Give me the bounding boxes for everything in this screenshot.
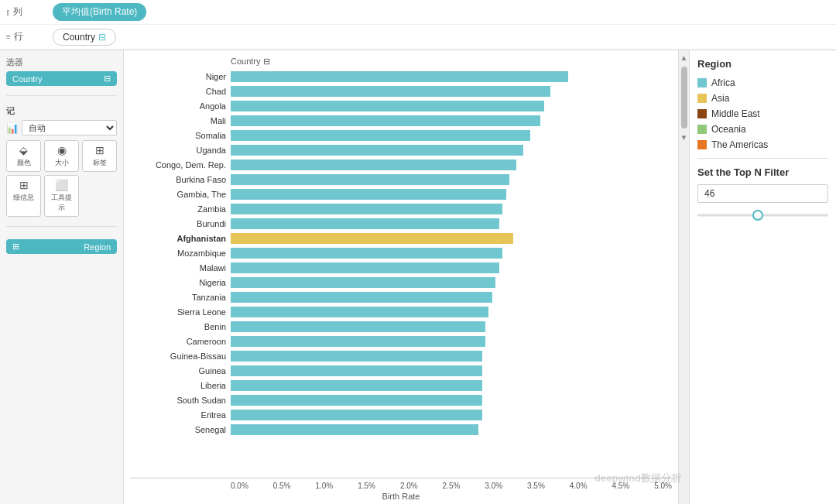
bar-container [231,233,672,244]
table-row: Chad [130,84,672,98]
top-n-slider[interactable] [697,207,828,223]
filter-section: 选器 Country ⊟ [6,57,117,86]
x-axis-tick: 3.5% [527,482,545,490]
chart-area: Country ⊟ NigerChadAngolaMaliSomaliaUgan… [124,50,689,504]
bar [231,292,492,303]
legend-label-asia: Asia [711,93,729,104]
bar [231,233,513,244]
table-row: Guinea-Bissau [130,349,672,363]
country-label: Sierra Leone [130,307,231,317]
legend-item-middle-east: Middle East [697,108,828,119]
legend-title: Region [697,58,828,70]
chart-header: Country ⊟ [130,57,672,67]
bar-container [231,321,672,332]
color-button[interactable]: ⬙ 颜色 [6,140,41,172]
bar-container [231,307,672,317]
scrollbar[interactable]: ▲ ▼ [678,50,689,504]
bar-container [231,292,672,303]
bar [231,145,523,156]
bar-container [231,277,672,288]
top-bar: ⫿ 列 平均值(Birth Rate) ≡ 行 Country ⊟ [0,0,836,50]
sidebar-divider-2 [6,226,117,227]
country-pill-label: Country [63,32,95,43]
marks-title: 记 [6,105,117,117]
country-label: Somalia [130,131,231,140]
top-n-filter-input[interactable] [697,184,828,203]
birth-rate-pill[interactable]: 平均值(Birth Rate) [53,3,146,21]
legend-item-africa: Africa [697,77,828,88]
rows-row: ≡ 行 Country ⊟ [0,25,836,50]
country-pill-rows[interactable]: Country ⊟ [53,29,116,46]
bar [231,71,568,82]
columns-label: ⫿ 列 [6,5,53,19]
scroll-up-arrow[interactable]: ▲ [679,52,689,63]
table-row: Senegal [130,423,672,437]
table-row: Eritrea [130,408,672,422]
bar [231,159,516,170]
x-axis-tick: 3.0% [485,482,502,490]
chart-body: Country ⊟ NigerChadAngolaMaliSomaliaUgan… [124,50,678,504]
country-label: Congo, Dem. Rep. [130,160,231,170]
country-label: Zambia [130,204,231,214]
region-pill[interactable]: ⊞ Region [6,239,117,254]
legend-item-asia: Asia [697,93,828,104]
bar-container [231,189,672,200]
country-label: Nigeria [130,278,231,287]
country-label: Eritrea [130,410,231,420]
marks-section: 记 📊 自动 ⬙ 颜色 ◉ 大小 ⊞ 标签 [6,105,117,217]
bar-container [231,395,672,406]
country-filter-pill[interactable]: Country ⊟ [6,71,117,86]
country-header-label: Country ⊟ [231,57,270,67]
scroll-down-arrow[interactable]: ▼ [679,132,689,143]
chart-inner: Country ⊟ NigerChadAngolaMaliSomaliaUgan… [124,50,689,504]
country-label: Guinea [130,366,231,375]
x-axis-tick: 2.5% [443,482,461,490]
size-button[interactable]: ◉ 大小 [44,140,79,172]
marks-type-select[interactable]: 自动 [22,120,117,135]
rows-icon: ≡ [6,33,11,41]
bar-chart: NigerChadAngolaMaliSomaliaUgandaCongo, D… [130,70,672,478]
bar-container [231,248,672,259]
bar [231,321,485,332]
bar-container [231,130,672,141]
country-label: Chad [130,87,231,96]
table-row: Afghanistan [130,231,672,245]
bar-container [231,86,672,97]
x-axis-title: Birth Rate [130,490,672,504]
detail-label: 细信息 [13,193,34,203]
region-icon-left: ⊞ [12,242,19,252]
bar [231,277,495,288]
bar [231,365,482,376]
marks-type-icon: 📊 [6,122,19,134]
bar [231,248,502,259]
x-axis-tick: 0.0% [231,482,248,490]
detail-button[interactable]: ⊞ 细信息 [6,175,41,217]
country-label: South Sudan [130,396,231,405]
country-filter-label: Country [12,74,43,84]
country-label: Gambia, The [130,190,231,199]
bar [231,351,482,362]
bar [231,395,482,406]
table-row: Zambia [130,202,672,216]
table-row: South Sudan [130,393,672,407]
bar [231,380,482,391]
legend-swatch-oceania [697,125,707,134]
table-row: Liberia [130,379,672,393]
tooltip-button[interactable]: ⬜ 工具提示 [44,175,79,217]
legend-item-americas: The Americas [697,139,828,150]
sidebar: 选器 Country ⊟ 记 📊 自动 ⬙ 颜色 ◉ [0,50,124,504]
table-row: Sierra Leone [130,305,672,319]
tooltip-label: 工具提示 [48,193,75,213]
scroll-thumb[interactable] [681,67,687,129]
table-row: Benin [130,320,672,334]
label-button[interactable]: ⊞ 标签 [82,140,117,172]
x-axis-area: 0.0%0.5%1.0%1.5%2.0%2.5%3.0%3.5%4.0%4.5%… [130,478,672,504]
bar [231,130,530,141]
filter-pill-icon: ⊟ [104,74,111,84]
x-axis-tick: 2.0% [400,482,418,490]
legend-items: AfricaAsiaMiddle EastOceaniaThe Americas [697,77,828,150]
tooltip-icon: ⬜ [55,179,68,191]
slider-thumb[interactable] [752,210,763,221]
x-axis-tick: 1.0% [315,482,333,490]
detail-icon: ⊞ [19,179,29,191]
